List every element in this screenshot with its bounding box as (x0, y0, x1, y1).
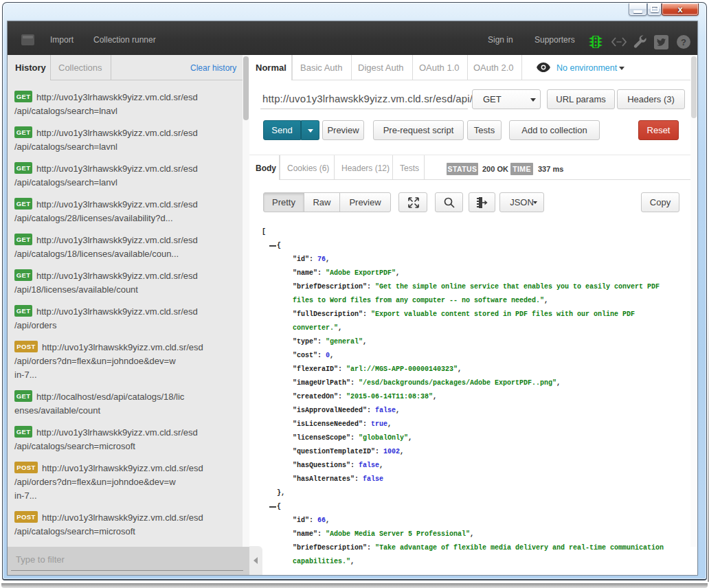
svg-text:?: ? (681, 37, 686, 47)
